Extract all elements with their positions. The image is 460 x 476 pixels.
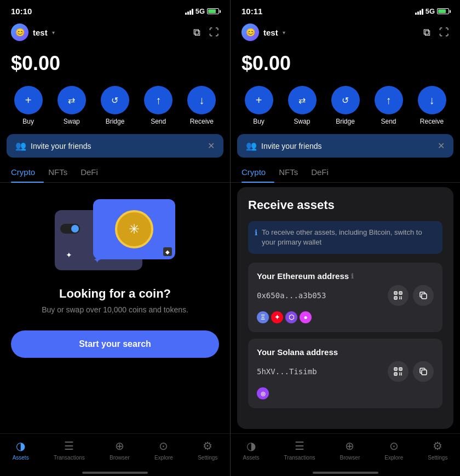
buy-button-right[interactable]: + Buy: [245, 86, 273, 125]
invite-close-right[interactable]: ✕: [438, 141, 445, 151]
nav-transactions-left[interactable]: ☰ Transactions: [54, 439, 85, 461]
assets-icon-left: ◑: [16, 439, 25, 452]
svg-rect-5: [395, 298, 396, 299]
nav-transactions-right[interactable]: ☰ Transactions: [284, 439, 315, 461]
send-button-right[interactable]: ↑ Send: [375, 86, 403, 125]
avatar-left: 😊: [11, 24, 28, 41]
nav-browser-right[interactable]: ⊕ Browser: [340, 439, 360, 461]
ethereum-copy-button[interactable]: [413, 285, 434, 306]
invite-text-left: Invite your friends: [31, 142, 91, 150]
left-phone: 10:10 5G 😊 test ▾: [0, 0, 230, 476]
invite-text-right: Invite your friends: [261, 142, 322, 150]
start-search-button[interactable]: Start your search: [11, 330, 219, 358]
app-header-left: 😊 test ▾ ⧉ ⛶: [0, 19, 230, 45]
receive-button-left[interactable]: ↓ Receive: [187, 86, 216, 125]
svg-rect-17: [399, 373, 400, 374]
nav-browser-left[interactable]: ⊕ Browser: [110, 439, 130, 461]
invite-close-left[interactable]: ✕: [208, 141, 215, 151]
balance-amount-right: $0.00: [242, 52, 449, 75]
other-chain-icon: ●: [300, 311, 312, 323]
svg-rect-3: [395, 293, 396, 294]
invite-banner-right: 👥 Invite your friends ✕: [237, 134, 453, 158]
browser-icon-left: ⊕: [115, 439, 124, 452]
bridge-label-left: Bridge: [106, 118, 125, 125]
copy-icon-right[interactable]: ⧉: [423, 27, 430, 38]
svg-rect-6: [399, 297, 400, 298]
home-indicator-left: [82, 472, 148, 474]
user-info-right[interactable]: 😊 test ▾: [242, 24, 285, 41]
bridge-button-right[interactable]: ↺ Bridge: [331, 86, 360, 125]
info-icon: ℹ: [255, 228, 257, 247]
svg-rect-4: [400, 293, 401, 294]
coin-heading: Looking for a coin?: [59, 287, 171, 301]
nav-settings-right[interactable]: ⚙ Settings: [428, 439, 447, 461]
ethereum-title: Your Ethereum address ℹ: [257, 271, 434, 281]
battery-icon-right: [437, 8, 449, 14]
nav-settings-left[interactable]: ⚙ Settings: [198, 439, 217, 461]
op-chain-icon: ✦: [271, 311, 283, 323]
ethereum-qr-button[interactable]: [388, 285, 409, 306]
swap-button-left[interactable]: ⇄ Swap: [58, 86, 86, 125]
svg-rect-7: [401, 297, 402, 298]
svg-rect-16: [395, 374, 396, 375]
settings-icon-right: ⚙: [433, 439, 442, 452]
assets-icon-right: ◑: [246, 439, 256, 452]
tab-nfts-right[interactable]: NFTs: [279, 162, 307, 182]
svg-rect-14: [395, 369, 396, 370]
solana-address-row: 5hXV...Tisimb: [257, 361, 434, 382]
sparkle-icon: ✦: [66, 251, 72, 259]
tab-defi-left[interactable]: DeFi: [81, 162, 107, 182]
invite-icon-right: 👥: [246, 141, 257, 151]
time-right: 10:11: [242, 7, 262, 16]
time-left: 10:10: [11, 7, 32, 16]
user-info-left[interactable]: 😊 test ▾: [11, 24, 55, 41]
status-bar-left: 10:10 5G: [0, 0, 230, 19]
svg-rect-9: [401, 298, 402, 299]
network-label-right: 5G: [426, 7, 435, 15]
buy-button-left[interactable]: + Buy: [14, 86, 43, 125]
svg-rect-21: [422, 370, 427, 375]
nav-explore-right[interactable]: ⊙ Explore: [384, 439, 403, 461]
copy-icon-left[interactable]: ⧉: [193, 27, 200, 38]
action-buttons-left: + Buy ⇄ Swap ↺ Bridge ↑ Send ↓ Receive: [0, 84, 230, 134]
send-button-left[interactable]: ↑ Send: [144, 86, 173, 125]
transactions-icon-left: ☰: [64, 439, 74, 452]
solana-chains: ◎: [257, 387, 434, 399]
chevron-down-icon-left: ▾: [52, 30, 55, 36]
tab-defi-right[interactable]: DeFi: [311, 162, 337, 182]
balance-amount-left: $0.00: [11, 52, 219, 75]
signal-icon-right: [415, 8, 423, 15]
receive-panel: Receive assets ℹ To receive other assets…: [237, 187, 453, 429]
tab-crypto-left[interactable]: Crypto: [11, 162, 44, 182]
browser-icon-right: ⊕: [345, 439, 354, 452]
expand-icon-right[interactable]: ⛶: [439, 27, 449, 38]
bottom-nav-left: ◑ Assets ☰ Transactions ⊕ Browser ⊙ Expl…: [0, 433, 230, 472]
bridge-button-left[interactable]: ↺ Bridge: [101, 86, 129, 125]
diamond-icon: ◆: [163, 247, 172, 256]
receive-button-right[interactable]: ↓ Receive: [418, 86, 446, 125]
nav-assets-left[interactable]: ◑ Assets: [13, 439, 29, 461]
solana-address-card: Your Solana address 5hXV...Tisimb: [248, 339, 442, 408]
solana-title: Your Solana address: [257, 347, 434, 357]
solana-copy-button[interactable]: [413, 361, 434, 382]
tab-crypto-right[interactable]: Crypto: [242, 162, 274, 182]
nav-assets-right[interactable]: ◑ Assets: [243, 439, 260, 461]
ethereum-address: 0x650a...a3b053: [257, 291, 326, 300]
svg-rect-10: [422, 294, 427, 299]
info-banner: ℹ To receive other assets, including Bit…: [248, 221, 442, 254]
invite-icon-left: 👥: [15, 141, 26, 151]
tab-nfts-left[interactable]: NFTs: [48, 162, 76, 182]
svg-rect-8: [399, 298, 400, 299]
battery-icon-left: [207, 8, 219, 14]
wallet-illustration: ✦ ✦ ✳ ◆: [55, 199, 175, 276]
status-icons-left: 5G: [185, 7, 219, 15]
solana-address: 5hXV...Tisimb: [257, 367, 317, 376]
swap-button-right[interactable]: ⇄ Swap: [288, 86, 317, 125]
svg-rect-19: [399, 374, 400, 375]
explore-icon-left: ⊙: [159, 439, 168, 452]
expand-icon-left[interactable]: ⛶: [209, 27, 219, 38]
explore-icon-right: ⊙: [389, 439, 399, 452]
balance-section-right: $0.00: [231, 45, 460, 84]
nav-explore-left[interactable]: ⊙ Explore: [154, 439, 173, 461]
solana-qr-button[interactable]: [388, 361, 409, 382]
